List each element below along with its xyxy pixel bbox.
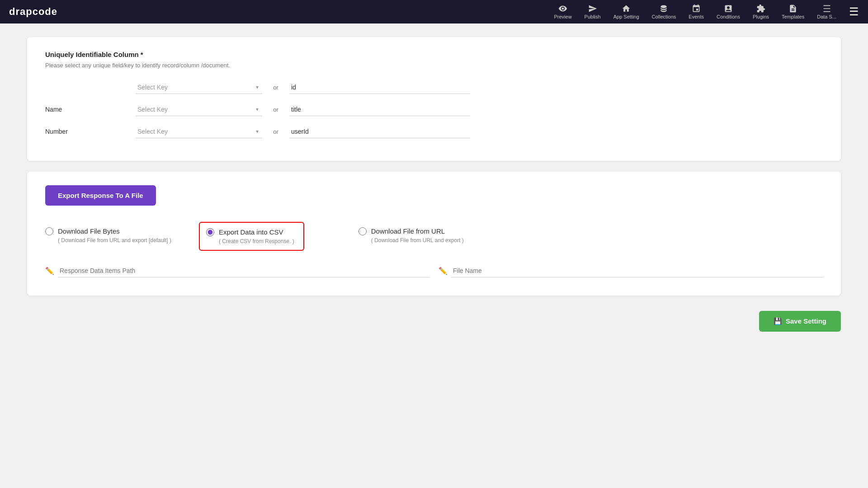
hamburger-menu[interactable]: ☰ <box>849 5 859 18</box>
topnav-templates-label: Templates <box>782 14 804 19</box>
radio-export-csv-sub: ( Create CSV from Response. ) <box>219 238 294 244</box>
radio-download-url-label: Download File from URL <box>371 227 445 235</box>
radio-option-export-csv[interactable]: Export Data into CSV ( Create CSV from R… <box>199 222 304 251</box>
main-content: Uniquely Identifiable Column * Please se… <box>0 23 868 488</box>
section-header: Uniquely Identifiable Column * Please se… <box>45 51 823 70</box>
radio-download-bytes-label: Download File Bytes <box>58 227 120 235</box>
select-key-number-wrapper: Select Key <box>136 125 262 138</box>
topnav-events-label: Events <box>689 14 704 19</box>
save-setting-button[interactable]: 💾 Save Setting <box>759 311 841 332</box>
topnav-plugins-label: Plugins <box>753 14 769 19</box>
value-input-id[interactable] <box>289 81 470 94</box>
topnav-data-label: Data S... <box>817 14 836 19</box>
topnav: drapcode Preview Publish App Setting Col… <box>0 0 868 23</box>
topnav-icons: Preview Publish App Setting Collections … <box>554 4 859 19</box>
field-row-id: Select Key or <box>45 81 823 94</box>
pencil-icon-filename: ✏️ <box>439 267 448 275</box>
section-subtitle: Please select any unique field/key to id… <box>45 61 823 70</box>
topnav-events[interactable]: Events <box>689 4 704 19</box>
section-title: Uniquely Identifiable Column * <box>45 51 823 58</box>
app-logo: drapcode <box>9 6 57 18</box>
radio-export-csv-label: Export Data into CSV <box>219 228 283 236</box>
radio-option-download-bytes[interactable]: Download File Bytes ( Download File from… <box>45 222 172 249</box>
topnav-preview-label: Preview <box>554 14 571 19</box>
topnav-conditions-label: Conditions <box>717 14 740 19</box>
topnav-data[interactable]: Data S... <box>817 4 836 19</box>
radio-option-download-url[interactable]: Download File from URL ( Download File f… <box>359 222 464 249</box>
value-input-number[interactable] <box>289 125 470 138</box>
save-label: Save Setting <box>786 317 826 325</box>
radio-export-csv[interactable] <box>206 228 214 236</box>
response-path-input[interactable] <box>58 264 429 277</box>
export-inputs-row: ✏️ ✏️ <box>45 264 823 277</box>
topnav-publish[interactable]: Publish <box>585 4 601 19</box>
select-key-name[interactable]: Select Key <box>136 103 262 116</box>
uniquely-identifiable-card: Uniquely Identifiable Column * Please se… <box>27 37 841 161</box>
pencil-icon-path: ✏️ <box>45 267 54 275</box>
field-label-number: Number <box>45 128 136 135</box>
topnav-publish-label: Publish <box>585 14 601 19</box>
file-name-input[interactable] <box>451 264 823 277</box>
radio-download-url[interactable] <box>359 227 367 235</box>
or-label-id: or <box>262 84 289 91</box>
radio-options-row: Download File Bytes ( Download File from… <box>45 222 823 251</box>
field-row-name: Name Select Key or <box>45 103 823 116</box>
topnav-collections[interactable]: Collections <box>652 4 676 19</box>
radio-download-bytes-sub: ( Download File from URL and export [def… <box>58 237 171 244</box>
or-label-number: or <box>262 128 289 135</box>
topnav-preview[interactable]: Preview <box>554 4 571 19</box>
export-response-button[interactable]: Export Response To A File <box>45 185 156 206</box>
field-label-name: Name <box>45 106 136 113</box>
response-path-group: ✏️ <box>45 264 429 277</box>
select-key-id-wrapper: Select Key <box>136 81 262 94</box>
save-icon: 💾 <box>774 317 782 325</box>
topnav-app-setting-label: App Setting <box>613 14 639 19</box>
topnav-app-setting[interactable]: App Setting <box>613 4 639 19</box>
export-section-card: Export Response To A File Download File … <box>27 172 841 296</box>
radio-download-url-sub: ( Download File from URL and export ) <box>371 237 464 244</box>
select-key-number[interactable]: Select Key <box>136 125 262 138</box>
topnav-collections-label: Collections <box>652 14 676 19</box>
topnav-conditions[interactable]: Conditions <box>717 4 740 19</box>
select-key-id[interactable]: Select Key <box>136 81 262 94</box>
value-input-name[interactable] <box>289 103 470 116</box>
topnav-templates[interactable]: Templates <box>782 4 804 19</box>
or-label-name: or <box>262 106 289 113</box>
bottom-bar: 💾 Save Setting <box>27 306 841 336</box>
select-key-name-wrapper: Select Key <box>136 103 262 116</box>
radio-download-bytes[interactable] <box>45 227 53 235</box>
file-name-group: ✏️ <box>439 264 823 277</box>
field-row-number: Number Select Key or <box>45 125 823 138</box>
topnav-plugins[interactable]: Plugins <box>753 4 769 19</box>
